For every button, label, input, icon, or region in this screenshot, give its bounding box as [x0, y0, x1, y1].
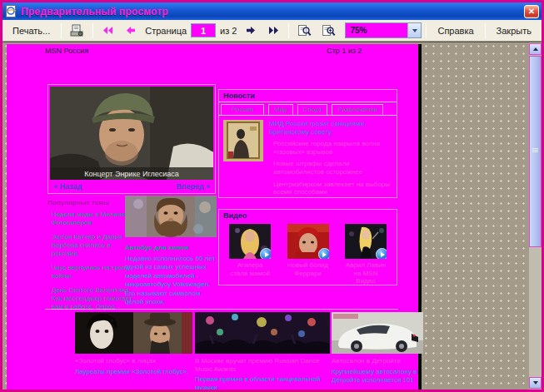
print-preview-window: Предварительный просмотр ✕ Печать... [0, 0, 544, 392]
window-title: Предварительный просмотр [21, 6, 524, 17]
video-caption: Новый болид Феррари [287, 261, 329, 277]
next-page-icon [245, 25, 257, 36]
page-header-right: Стр 1 из 2 [327, 47, 362, 55]
toolbar-separator [92, 23, 93, 38]
zoom-in-button[interactable] [317, 22, 340, 39]
chevron-down-icon [412, 29, 417, 32]
document-page: MSN Россия Стр 1 из 2 [7, 44, 422, 390]
story-image-golden-globe [75, 312, 192, 354]
scroll-up-icon [533, 47, 538, 51]
story-text: Первая премия в области танцевальной муз… [195, 375, 330, 390]
play-icon [318, 248, 329, 259]
article-photo-image [125, 196, 217, 237]
scroll-down-button[interactable] [529, 377, 542, 389]
article-title: Автобус для хиппи [125, 244, 220, 251]
page-setup-button[interactable] [66, 22, 88, 39]
story-dance-awards: В Москве вручат премию Russian Dance Mus… [195, 312, 330, 390]
play-icon [376, 248, 387, 259]
page-header-left: MSN Россия [45, 47, 88, 55]
news-headline: МИД России грозит санкциями Британскому … [269, 120, 393, 136]
last-page-button[interactable] [263, 22, 284, 39]
story-golden-globe: «Золотой глобус» в лицах Лауреаты премии… [75, 312, 192, 376]
scroll-down-icon [533, 381, 538, 385]
featured-navigation: « Назад Вперед » [48, 181, 215, 191]
popular-topics-title: Популярные темы [47, 199, 132, 206]
news-tabs: Россия Мир Спорт Развлечения [219, 102, 397, 116]
print-button[interactable]: Печать... [6, 22, 57, 39]
scrollbar-thumb[interactable] [529, 56, 542, 247]
first-page-icon [102, 25, 114, 36]
zoom-in-icon [322, 24, 336, 37]
window-close-button[interactable]: ✕ [524, 5, 539, 18]
zoom-level-combobox[interactable]: 75% [345, 22, 422, 38]
news-headline: Новые штрафы сделали автомобилистов осто… [273, 160, 393, 176]
news-tab-world: Мир [268, 104, 293, 115]
popular-topic-link: Чиус вернулась на тропу войны [52, 264, 132, 280]
featured-caption: Концерт Энрике Иглесиаса [50, 167, 213, 180]
video-thumbnail [345, 224, 387, 259]
page-number-input[interactable] [191, 23, 216, 37]
video-item: Агилера стала мамой [229, 224, 271, 285]
page-label: Страница [145, 26, 187, 36]
article-block: Автобус для хиппи Недавно исполнилось 60… [125, 196, 220, 306]
news-tab-sport: Спорт [297, 104, 328, 115]
news-section: Новости Россия Мир Спорт Развлечения [218, 89, 397, 198]
toolbar-separator [485, 23, 486, 38]
popular-topic-link: Эштон Катчер и Дарья Вербова снялись в р… [52, 233, 132, 258]
last-page-icon [267, 25, 280, 36]
zoom-level-value: 75% [346, 26, 407, 35]
scrollbar-grip [532, 148, 538, 153]
zoom-out-button[interactable] [293, 22, 316, 39]
video-item: Новый болид Феррари [287, 224, 329, 285]
featured-photo: Концерт Энрике Иглесиаса [50, 87, 213, 180]
page-count-label: из 2 [220, 26, 237, 36]
news-headline: Российские города накрыла волна «газовых… [273, 140, 393, 156]
video-row: Агилера стала мамой [219, 221, 397, 285]
zoom-out-icon [297, 24, 312, 37]
news-headlines: МИД России грозит санкциями Британскому … [269, 120, 393, 201]
vertical-scrollbar[interactable] [529, 42, 542, 390]
news-tab-entertainment: Развлечения [332, 104, 383, 115]
news-content: МИД России грозит санкциями Британскому … [219, 116, 397, 201]
toolbar-separator [61, 23, 62, 38]
scroll-up-button[interactable] [529, 43, 542, 55]
ie-page-icon [5, 5, 17, 17]
story-caption: Автосалон в Детройте [332, 357, 423, 365]
section-divider [45, 309, 398, 310]
popular-topic-link: Неделя моды в Милане. Фотогалерея [52, 211, 132, 227]
video-section: Видео Агилер [218, 209, 397, 285]
close-preview-button[interactable]: Закрыть [490, 22, 538, 39]
story-caption: В Москве вручат премию Russian Dance Mus… [195, 357, 330, 373]
help-button[interactable]: Справка [431, 22, 480, 39]
video-section-title: Видео [219, 210, 397, 221]
video-thumbnail [229, 224, 271, 259]
video-thumbnail [287, 224, 329, 259]
next-page-button[interactable] [241, 22, 262, 39]
combobox-dropdown-button[interactable] [407, 23, 421, 37]
story-image-dance-awards [195, 312, 330, 354]
article-body: Недавно исполнилось 60 лет одной из самы… [125, 255, 220, 306]
preview-area: MSN Россия Стр 1 из 2 [2, 42, 542, 390]
featured-forward-link: Вперед » [176, 182, 210, 191]
video-caption: Агилера стала мамой [229, 261, 271, 277]
play-icon [260, 248, 271, 259]
story-text: Крупнейшему автосалону в Детройте исполн… [332, 368, 423, 385]
news-tab-russia: Россия [221, 104, 264, 115]
story-caption: «Золотой глобус» в лицах [75, 357, 192, 365]
news-headline: Центризбирком завлекает на выборы всеми … [273, 181, 393, 196]
video-caption: Аврил Лавин на MSN Видео [345, 261, 387, 285]
toolbar: Печать... Страница из 2 [2, 20, 542, 42]
popular-topics: Популярные темы Неделя моды в Милане. Фо… [47, 199, 132, 317]
featured-block: Концерт Энрике Иглесиаса « Назад Вперед … [47, 84, 216, 194]
toolbar-separator [426, 23, 427, 38]
titlebar: Предварительный просмотр ✕ [2, 2, 542, 20]
toolbar-separator [288, 23, 289, 38]
news-section-title: Новости [219, 90, 397, 102]
featured-back-link: « Назад [53, 182, 82, 191]
news-photo-image [223, 120, 263, 161]
first-page-button[interactable] [97, 22, 118, 39]
previous-page-icon [124, 25, 137, 36]
previous-page-button[interactable] [120, 22, 141, 39]
story-image-detroit-autoshow [332, 312, 423, 354]
page-setup-icon [70, 24, 84, 37]
